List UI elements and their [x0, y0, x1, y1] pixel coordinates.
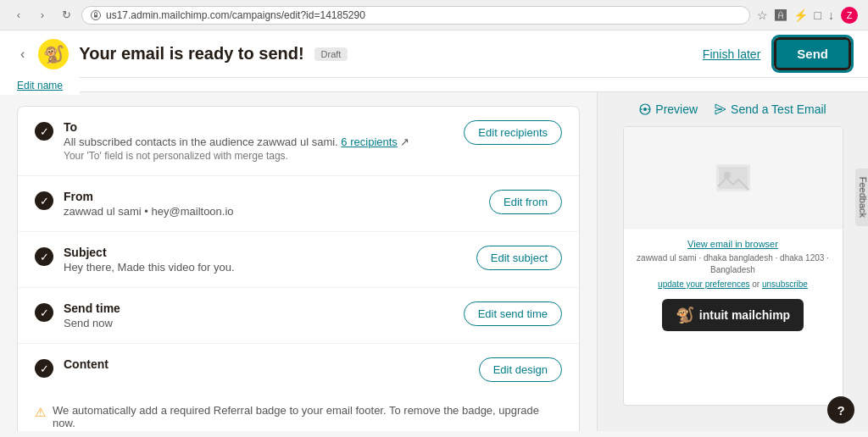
referral-warning-row: ⚠ We automatically add a required Referr…	[35, 404, 562, 429]
to-note: Your 'To' field is not personalized with…	[64, 150, 450, 162]
edit-send-time-button[interactable]: Edit send time	[464, 301, 562, 326]
content-item-left: ✓ Content	[35, 357, 465, 378]
preview-icon	[639, 103, 651, 115]
edit-subject-button[interactable]: Edit subject	[476, 246, 562, 270]
finish-later-button[interactable]: Finish later	[703, 47, 760, 61]
subject-section: ✓ Subject Hey there, Made this video for…	[18, 232, 579, 288]
preview-address: zawwad ul sami · dhaka bangladesh · dhak…	[634, 252, 832, 276]
browser-bar: ‹ › ↻ us17.admin.mailchimp.com/campaigns…	[0, 0, 868, 30]
content-body: ⚠ We automatically add a required Referr…	[35, 404, 562, 431]
star-icon[interactable]: ☆	[757, 8, 768, 22]
header-right: Finish later Send	[703, 37, 851, 70]
from-check-icon: ✓	[35, 191, 53, 210]
app-header: ‹ 🐒 Your email is ready to send! Draft F…	[0, 30, 868, 78]
send-time-title: Send time	[64, 301, 450, 315]
to-title: To	[64, 120, 450, 134]
lock-icon	[91, 10, 101, 20]
browser-actions: ☆ 🅰 ⚡ □ ↓ Z	[757, 7, 858, 24]
send-time-section: ✓ Send time Send now Edit send time	[18, 288, 579, 344]
ext2-icon[interactable]: ⚡	[793, 8, 808, 22]
reload-btn[interactable]: ↻	[58, 7, 75, 24]
left-panel: ✓ To All subscribed contacts in the audi…	[0, 92, 597, 431]
from-section: ✓ From zawwad ul sami • hey@mailtoon.io …	[18, 176, 579, 232]
logo-area: 🐒	[38, 39, 69, 69]
feedback-tab[interactable]: Feedback	[855, 169, 868, 226]
preview-button[interactable]: Preview	[639, 102, 698, 116]
right-panel: Preview Send a Test Email View email in …	[597, 92, 868, 431]
header-left: ‹ 🐒 Your email is ready to send! Draft	[17, 39, 348, 69]
unsubscribe-link[interactable]: unsubscribe	[762, 279, 808, 289]
preview-body: View email in browser zawwad ul sami · d…	[624, 229, 843, 341]
recipients-link[interactable]: 6 recipients	[341, 136, 397, 148]
mailchimp-logo-icon: 🐒	[38, 39, 69, 69]
from-item-left: ✓ From zawwad ul sami • hey@mailtoon.io	[35, 190, 476, 218]
subject-subtitle: Hey there, Made this video for you.	[64, 261, 463, 274]
forward-btn[interactable]: ›	[34, 7, 51, 24]
from-subtitle: zawwad ul sami • hey@mailtoon.io	[64, 205, 476, 218]
send-time-item-left: ✓ Send time Send now	[35, 301, 450, 329]
subject-content: Subject Hey there, Made this video for y…	[64, 246, 463, 274]
back-btn[interactable]: ‹	[10, 7, 27, 24]
main-content: ✓ To All subscribed contacts in the audi…	[0, 92, 868, 431]
to-section: ✓ To All subscribed contacts in the audi…	[18, 107, 579, 176]
draft-badge: Draft	[314, 47, 348, 61]
preview-image-placeholder	[624, 127, 843, 229]
send-time-check-icon: ✓	[35, 303, 53, 322]
url-bar[interactable]: us17.admin.mailchimp.com/campaigns/edit?…	[81, 6, 750, 25]
checklist-card: ✓ To All subscribed contacts in the audi…	[17, 106, 580, 431]
content-section: ✓ Content Edit design ⚠ We automatically…	[18, 344, 579, 431]
to-subtitle: All subscribed contacts in the audience …	[64, 136, 450, 148]
to-item-left: ✓ To All subscribed contacts in the audi…	[35, 120, 450, 162]
edit-design-button[interactable]: Edit design	[479, 357, 562, 382]
send-button[interactable]: Send	[774, 37, 851, 70]
svg-point-3	[643, 108, 647, 111]
ext3-icon[interactable]: □	[815, 8, 821, 22]
send-time-subtitle: Send now	[64, 317, 450, 329]
from-content: From zawwad ul sami • hey@mailtoon.io	[64, 190, 476, 218]
ext4-icon[interactable]: ↓	[828, 8, 834, 22]
content-check-icon: ✓	[35, 359, 53, 378]
preview-actions: Preview Send a Test Email	[639, 102, 826, 116]
test-email-button[interactable]: Send a Test Email	[715, 102, 826, 116]
sidebar-toggle[interactable]: ‹	[17, 43, 28, 65]
subject-title: Subject	[64, 246, 463, 259]
send-time-content: Send time Send now	[64, 301, 450, 329]
subject-item-left: ✓ Subject Hey there, Made this video for…	[35, 246, 463, 274]
help-button[interactable]: ?	[827, 396, 854, 423]
email-preview: View email in browser zawwad ul sami · d…	[623, 126, 843, 406]
ext1-icon[interactable]: 🅰	[775, 8, 787, 22]
warning-text: We automatically add a required Referral…	[53, 404, 562, 429]
from-title: From	[64, 190, 476, 203]
mailchimp-logo-badge: 🐒	[676, 306, 694, 324]
url-text: us17.admin.mailchimp.com/campaigns/edit?…	[106, 9, 741, 21]
intuit-mailchimp-logo: 🐒 intuit mailchimp	[662, 299, 804, 331]
update-preferences-link[interactable]: update your preferences	[658, 279, 749, 289]
edit-from-button[interactable]: Edit from	[489, 190, 562, 214]
edit-recipients-button[interactable]: Edit recipients	[464, 120, 562, 145]
send-test-icon	[715, 103, 726, 115]
image-placeholder-icon	[716, 164, 750, 191]
content-title: Content	[64, 357, 465, 371]
svg-rect-1	[94, 14, 97, 17]
preview-preferences: update your preferences or unsubscribe	[658, 279, 808, 289]
profile-icon[interactable]: Z	[841, 7, 858, 24]
to-content: To All subscribed contacts in the audien…	[64, 120, 450, 162]
to-check-icon: ✓	[35, 122, 53, 141]
view-in-browser-link[interactable]: View email in browser	[687, 239, 778, 249]
page-title: Your email is ready to send!	[79, 44, 303, 64]
content-title-area: Content	[64, 357, 465, 373]
content-header: ✓ Content Edit design	[35, 357, 562, 382]
warning-icon: ⚠	[35, 405, 46, 420]
subject-check-icon: ✓	[35, 247, 53, 266]
